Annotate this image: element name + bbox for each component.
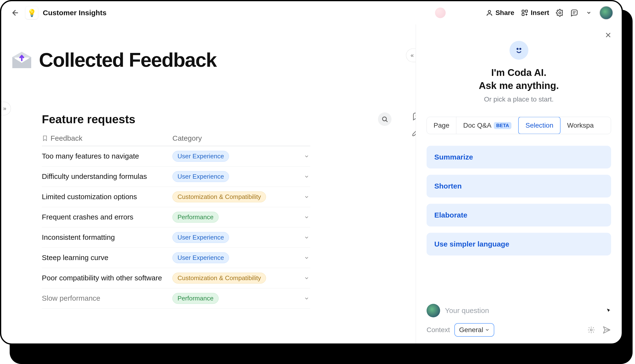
person-icon xyxy=(486,9,493,16)
envelope-icon xyxy=(11,50,33,70)
table-row[interactable]: Difficulty understanding formulasUser Ex… xyxy=(42,166,310,187)
tab-selection[interactable]: Selection xyxy=(518,117,560,134)
svg-rect-3 xyxy=(522,14,524,16)
ai-suggestion[interactable]: Summarize xyxy=(427,146,611,168)
svg-point-0 xyxy=(488,10,491,13)
feedback-cell: Too many features to navigate xyxy=(42,151,172,161)
feedback-cell: Slow performance xyxy=(42,294,172,303)
table-search-button[interactable] xyxy=(378,112,391,126)
chevron-down-icon[interactable] xyxy=(303,214,310,221)
ai-suggestion[interactable]: Elaborate xyxy=(427,204,611,226)
share-label: Share xyxy=(495,9,514,17)
context-select[interactable]: General xyxy=(454,323,494,337)
table-row[interactable]: Poor compatibility with other softwareCu… xyxy=(42,268,310,288)
close-icon xyxy=(604,32,612,39)
ai-suggestion[interactable]: Shorten xyxy=(427,175,611,198)
send-button[interactable] xyxy=(602,326,611,334)
column-header-feedback[interactable]: Feedback xyxy=(42,134,172,142)
category-cell[interactable]: Customization & Compatibility xyxy=(172,192,310,202)
category-cell[interactable]: Performance xyxy=(172,293,310,304)
feedback-cell: Limited customization options xyxy=(42,192,172,202)
section-title: Feature requests xyxy=(42,113,135,126)
back-button[interactable] xyxy=(10,8,21,18)
topbar: 💡 Customer Insights Share Insert xyxy=(1,1,622,24)
share-button[interactable]: Share xyxy=(486,9,514,17)
tab-page[interactable]: Page xyxy=(427,117,456,134)
svg-point-4 xyxy=(559,12,561,14)
chevron-right-double-icon: » xyxy=(3,105,6,112)
category-pill: Performance xyxy=(172,212,219,222)
ai-suggestion[interactable]: Use simpler language xyxy=(427,233,611,256)
user-avatar xyxy=(427,304,440,317)
column-header-category[interactable]: Category xyxy=(172,134,310,142)
table-row[interactable]: Too many features to navigateUser Experi… xyxy=(42,146,310,166)
table-row[interactable]: Frequent crashes and errorsPerformance xyxy=(42,207,310,228)
ai-subtitle: Or pick a place to start. xyxy=(427,96,611,103)
svg-rect-1 xyxy=(522,10,524,12)
feedback-cell: Poor compatibility with other software xyxy=(42,273,172,283)
ai-composer: Context General xyxy=(427,295,611,337)
expand-sidebar-button[interactable]: » xyxy=(1,102,11,115)
collapse-panel-button[interactable]: « xyxy=(406,48,416,62)
add-comment-button[interactable] xyxy=(410,110,416,122)
comment-plus-icon xyxy=(412,112,416,121)
chevron-down-icon[interactable] xyxy=(303,254,310,262)
composer-settings-button[interactable] xyxy=(587,326,595,334)
close-panel-button[interactable] xyxy=(603,30,613,40)
table-row[interactable]: Slow performancePerformance xyxy=(42,288,310,309)
category-cell[interactable]: Customization & Compatibility xyxy=(172,273,310,284)
table-row[interactable]: Inconsistent formattingUser Experience xyxy=(42,228,310,248)
profile-avatar[interactable] xyxy=(599,6,613,20)
category-cell[interactable]: User Experience xyxy=(172,252,310,263)
arrow-left-icon xyxy=(11,9,19,17)
tab-workspace[interactable]: Workspa xyxy=(560,117,600,134)
search-icon xyxy=(381,116,388,122)
category-pill: Customization & Compatibility xyxy=(172,273,266,284)
chevron-down-icon[interactable] xyxy=(303,234,310,241)
tab-doc-qa[interactable]: Doc Q&A BETA xyxy=(456,117,518,134)
ai-panel: I'm Coda AI. Ask me anything. Or pick a … xyxy=(416,24,622,344)
chevron-left-double-icon: « xyxy=(411,52,414,59)
gear-icon xyxy=(587,326,595,334)
chevron-down-icon[interactable] xyxy=(303,153,310,160)
ai-tabs: Page Doc Q&A BETA Selection Workspa xyxy=(427,117,611,134)
chevron-down-icon xyxy=(485,328,489,332)
collaborator-avatar[interactable] xyxy=(435,8,446,18)
more-menu-button[interactable] xyxy=(585,9,593,17)
chevron-down-icon[interactable] xyxy=(303,274,310,282)
category-cell[interactable]: User Experience xyxy=(172,151,310,162)
ai-suggestions: SummarizeShortenElaborateUse simpler lan… xyxy=(427,146,611,256)
edit-button[interactable] xyxy=(410,126,416,138)
chevron-down-icon[interactable] xyxy=(303,295,310,302)
feature-requests-section: Feature requests Feedback Category xyxy=(11,112,406,309)
page-icon xyxy=(11,50,33,70)
category-cell[interactable]: Performance xyxy=(172,212,310,222)
category-pill: User Experience xyxy=(172,151,229,162)
feedback-table: Feedback Category Too many features to n… xyxy=(42,134,310,309)
pencil-icon xyxy=(412,128,416,137)
chevron-down-icon[interactable] xyxy=(303,193,310,200)
insert-button[interactable]: Insert xyxy=(521,9,549,17)
comments-button[interactable] xyxy=(570,9,578,17)
chevron-down-icon[interactable] xyxy=(303,173,310,180)
beta-badge: BETA xyxy=(494,122,511,129)
bookmark-icon xyxy=(42,135,48,142)
grid-plus-icon xyxy=(521,9,528,16)
page-title: Collected Feedback xyxy=(39,48,216,71)
doc-icon: 💡 xyxy=(26,6,38,19)
category-pill: User Experience xyxy=(172,252,229,263)
gear-icon xyxy=(556,9,564,17)
main-content: » « Collected Feedback xyxy=(1,24,416,344)
feedback-cell: Inconsistent formatting xyxy=(42,232,172,242)
table-row[interactable]: Steep learning curveUser Experience xyxy=(42,248,310,268)
category-cell[interactable]: User Experience xyxy=(172,232,310,243)
settings-button[interactable] xyxy=(556,9,564,17)
send-icon xyxy=(602,326,611,334)
doc-title[interactable]: Customer Insights xyxy=(43,9,106,17)
category-cell[interactable]: User Experience xyxy=(172,171,310,182)
table-row[interactable]: Limited customization optionsCustomizati… xyxy=(42,187,310,207)
category-pill: Customization & Compatibility xyxy=(172,192,266,202)
category-pill: Performance xyxy=(172,293,219,304)
question-input[interactable] xyxy=(445,306,601,315)
app-window: 💡 Customer Insights Share Insert xyxy=(0,0,623,345)
